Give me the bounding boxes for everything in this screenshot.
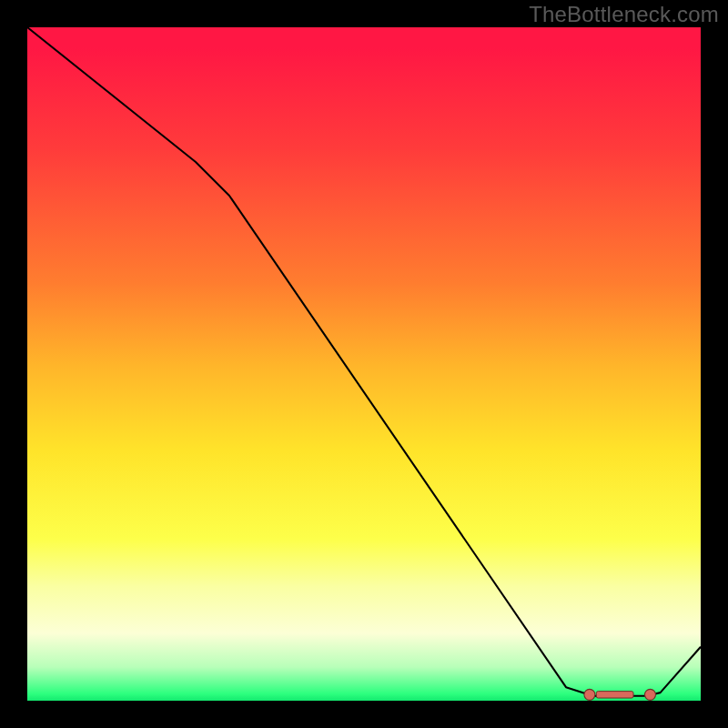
optimal-marker-left <box>584 689 595 700</box>
plot-area <box>27 27 701 701</box>
optimal-marker-right <box>645 689 656 700</box>
bottleneck-curve <box>27 27 701 696</box>
watermark-text: TheBottleneck.com <box>529 2 719 27</box>
curve-layer <box>27 27 701 701</box>
optimal-range-bar <box>596 692 633 698</box>
chart-container: TheBottleneck.com <box>0 0 728 728</box>
